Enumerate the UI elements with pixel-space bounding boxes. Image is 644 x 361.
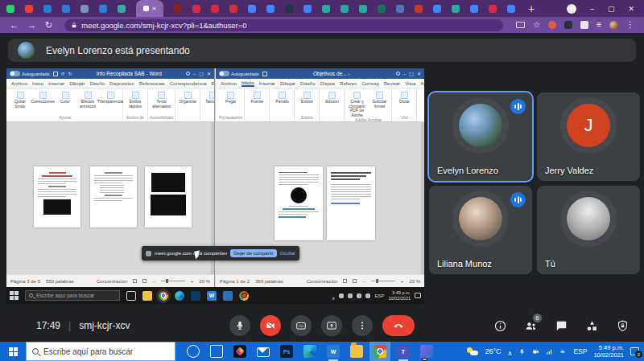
maximize-icon[interactable] <box>608 5 615 13</box>
document-title: Objetivos de... - <box>270 71 393 76</box>
whatsapp-tab-favicon[interactable] <box>6 5 14 13</box>
clock[interactable]: 5:49 p.m.10/02/2021 <box>593 344 624 359</box>
google-tab-favicon[interactable] <box>248 5 256 13</box>
file-explorer-icon[interactable] <box>350 345 363 358</box>
activities-icon[interactable] <box>585 319 599 333</box>
meet-right-controls: 6 <box>493 319 630 333</box>
bookmark-star-icon[interactable] <box>533 21 540 29</box>
zoom-slider <box>161 281 185 281</box>
google-tab-favicon[interactable] <box>470 5 478 13</box>
word-icon: W <box>207 291 217 301</box>
toggle-icon <box>219 71 229 76</box>
meet-bottom-bar: 17:49 | smj-kcjr-xcv CC <box>0 310 644 342</box>
present-button[interactable] <box>321 315 342 336</box>
edge-icon[interactable] <box>303 345 316 358</box>
mic-tray-icon[interactable] <box>518 348 526 355</box>
address-bar[interactable]: meet.google.com/smj-kcjr-xcv?pli=1&authu… <box>64 19 503 31</box>
host-controls-icon[interactable] <box>616 319 630 333</box>
app-diamond-icon[interactable] <box>233 345 246 358</box>
leave-call-button[interactable] <box>382 315 415 336</box>
word-tab-favicon[interactable] <box>99 5 107 13</box>
reading-list-icon[interactable] <box>597 21 601 29</box>
browser-avatar[interactable] <box>609 21 618 30</box>
chat-icon[interactable] <box>555 319 568 333</box>
toolbar-right-icons <box>516 21 634 30</box>
close-icon[interactable] <box>628 5 634 13</box>
globe-tab-favicon[interactable] <box>285 5 293 13</box>
task-view-icon[interactable] <box>210 345 223 358</box>
edge-tab-favicon[interactable] <box>118 5 126 13</box>
tray-expand-icon[interactable] <box>508 344 513 359</box>
more-options-button[interactable] <box>352 315 373 336</box>
profile-icon[interactable] <box>567 4 576 14</box>
google-tab-favicon[interactable] <box>303 5 312 13</box>
reload-icon[interactable] <box>45 21 52 30</box>
word-tab-favicon[interactable] <box>43 5 52 13</box>
presenting-text: Evelyn Lorenzo está presentando <box>46 45 190 56</box>
participant-tile-evelyn[interactable]: Evelyn Lorenzo <box>429 92 532 181</box>
participant-tile-liliana[interactable]: Liliana Munoz <box>429 186 532 274</box>
embedded-screenshot <box>43 199 71 215</box>
language-indicator[interactable]: ESP <box>573 347 587 355</box>
teams-icon[interactable]: T <box>397 345 410 358</box>
word-tab-favicon[interactable] <box>62 5 70 13</box>
media-card-icon[interactable] <box>516 22 525 28</box>
weather-icon[interactable] <box>467 347 478 355</box>
extension-red-icon[interactable] <box>548 21 556 29</box>
word-icon[interactable]: W <box>327 345 340 358</box>
leaf-tab-favicon[interactable] <box>452 5 460 13</box>
panama-flag-tab-favicon[interactable] <box>211 5 219 13</box>
temperature[interactable]: 26°C <box>485 347 501 355</box>
minimize-icon[interactable] <box>590 5 594 13</box>
cortana-icon[interactable] <box>187 345 200 358</box>
forward-icon[interactable] <box>27 21 36 30</box>
zoom-out-icon <box>152 279 155 284</box>
taskbar-search-input[interactable]: Escribe aquí para buscar <box>26 342 175 361</box>
notifications-icon[interactable]: 2 <box>630 347 639 355</box>
stop-sharing-button: Dejar de compartir <box>230 249 276 257</box>
panama-flag-tab-favicon[interactable] <box>229 5 237 13</box>
back-icon[interactable] <box>10 21 19 30</box>
mail-icon[interactable] <box>257 347 270 357</box>
browser-menu-icon[interactable] <box>626 21 634 29</box>
panama-flag-tab-favicon[interactable] <box>192 5 200 13</box>
captions-button[interactable]: CC <box>291 315 312 336</box>
panama-flag-tab-favicon[interactable] <box>489 5 497 13</box>
word-tab-favicon[interactable] <box>80 5 89 13</box>
your-phone-icon[interactable] <box>420 345 433 358</box>
mic-button[interactable] <box>229 315 250 336</box>
new-tab-button[interactable] <box>528 3 535 14</box>
photoshop-icon[interactable]: Ps <box>280 345 293 358</box>
participant-tile-jerry[interactable]: J Jerry Valdez <box>537 92 640 181</box>
shared-screen-video[interactable]: Autoguardado Info Recopilada SAB - Word … <box>6 68 424 304</box>
ribbon-button-icon <box>279 92 286 99</box>
va-tab-favicon[interactable] <box>396 5 404 13</box>
participant-tile-you[interactable]: Tú <box>537 186 640 274</box>
badge-tab-favicon[interactable] <box>378 5 386 13</box>
leaf-tab-favicon[interactable] <box>322 5 330 13</box>
gmail-tab-favicon[interactable] <box>25 5 33 13</box>
meeting-info: 17:49 | smj-kcjr-xcv <box>36 320 130 331</box>
leaf-tab-favicon[interactable] <box>341 5 349 13</box>
meeting-details-icon[interactable] <box>493 319 507 333</box>
volume-tray-icon[interactable] <box>559 348 567 355</box>
google-tab-favicon[interactable] <box>433 5 441 13</box>
document-title: Info Recopilada SAB - Word <box>76 71 183 76</box>
chrome-active-app[interactable] <box>369 342 390 361</box>
camera-off-button[interactable] <box>260 315 281 336</box>
start-button[interactable] <box>0 342 26 361</box>
google-tab-favicon[interactable] <box>507 5 515 13</box>
network-tray-icon[interactable] <box>546 348 553 355</box>
pin-tab-favicon[interactable] <box>415 5 423 13</box>
word-menu-tab: Inicio <box>242 80 254 87</box>
camera-tray-icon[interactable] <box>532 348 539 355</box>
extension-dark-icon[interactable] <box>564 21 572 29</box>
participants-icon[interactable]: 6 <box>524 319 538 333</box>
alert-tab-favicon[interactable] <box>174 5 182 13</box>
ribbon-group: Dictar Voz <box>392 89 417 121</box>
extensions-puzzle-icon[interactable] <box>580 21 588 29</box>
meet-active-tab[interactable] <box>136 0 163 17</box>
leaf-tab-favicon[interactable] <box>359 5 367 13</box>
ribbon-button-icon <box>209 92 214 99</box>
google-tab-favicon[interactable] <box>266 5 275 13</box>
